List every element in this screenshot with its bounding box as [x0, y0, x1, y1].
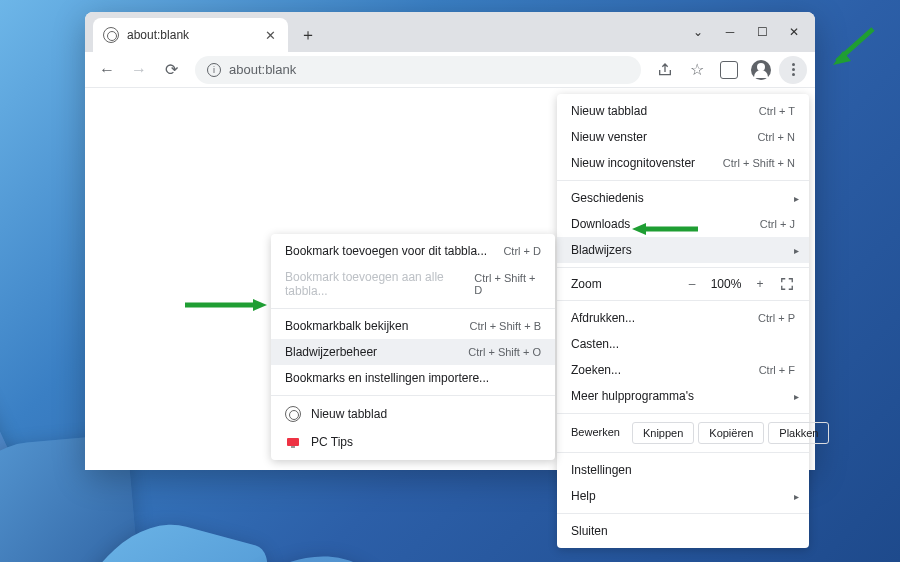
- new-tab-button[interactable]: ＋: [294, 21, 322, 49]
- svg-rect-1: [291, 446, 295, 448]
- menu-find[interactable]: Zoeken...Ctrl + F: [557, 357, 809, 383]
- toolbar: ← → ⟳ i about:blank ☆: [85, 52, 815, 88]
- back-button[interactable]: ←: [93, 56, 121, 84]
- browser-window: about:blank ✕ ＋ ⌄ ─ ☐ ✕ ← → ⟳ i about:bl…: [85, 12, 815, 470]
- submenu-bookmark-all[interactable]: Bookmark toevoegen aan alle tabbla...Ctr…: [271, 264, 555, 304]
- menu-new-incognito[interactable]: Nieuw incognitovensterCtrl + Shift + N: [557, 150, 809, 176]
- submenu-show-bar[interactable]: Bookmarkbalk bekijkenCtrl + Shift + B: [271, 313, 555, 339]
- menu-edit-row: Bewerken Knippen Kopiëren Plakken: [557, 418, 809, 448]
- annotation-arrow: [183, 297, 271, 313]
- chrome-menu-button[interactable]: [779, 56, 807, 84]
- close-window-button[interactable]: ✕: [779, 18, 809, 46]
- minimize-button[interactable]: ─: [715, 18, 745, 46]
- url-text: about:blank: [229, 62, 296, 77]
- chevron-right-icon: ▸: [794, 491, 799, 502]
- menu-new-tab[interactable]: Nieuw tabbladCtrl + T: [557, 98, 809, 124]
- zoom-value: 100%: [705, 277, 747, 291]
- site-icon: [285, 434, 301, 450]
- bookmark-item-pctips[interactable]: PC Tips: [271, 428, 555, 456]
- site-info-icon[interactable]: i: [207, 63, 221, 77]
- chrome-menu: Nieuw tabbladCtrl + T Nieuw vensterCtrl …: [557, 94, 809, 548]
- menu-more-tools[interactable]: Meer hulpprogramma's▸: [557, 383, 809, 409]
- globe-icon: [285, 406, 301, 422]
- zoom-out-button[interactable]: –: [679, 277, 705, 291]
- menu-history[interactable]: Geschiedenis▸: [557, 185, 809, 211]
- globe-icon: [103, 27, 119, 43]
- close-icon[interactable]: ✕: [262, 27, 278, 43]
- menu-cast[interactable]: Casten...: [557, 331, 809, 357]
- bookmarks-submenu: Bookmark toevoegen voor dit tabbla...Ctr…: [271, 234, 555, 460]
- svg-rect-0: [287, 438, 299, 446]
- submenu-bookmark-manager[interactable]: BladwijzerbeheerCtrl + Shift + O: [271, 339, 555, 365]
- menu-help[interactable]: Help▸: [557, 483, 809, 509]
- svg-marker-4: [632, 223, 646, 235]
- fullscreen-icon[interactable]: [779, 276, 795, 292]
- profile-button[interactable]: [747, 56, 775, 84]
- forward-button[interactable]: →: [125, 56, 153, 84]
- share-button[interactable]: [651, 56, 679, 84]
- window-controls: ⌄ ─ ☐ ✕: [683, 12, 809, 52]
- bookmark-item-nieuw-tabblad[interactable]: Nieuw tabblad: [271, 400, 555, 428]
- annotation-arrow: [825, 25, 877, 73]
- maximize-button[interactable]: ☐: [747, 18, 777, 46]
- tab-title: about:blank: [127, 28, 254, 42]
- bookmark-star-icon[interactable]: ☆: [683, 56, 711, 84]
- copy-button[interactable]: Kopiëren: [698, 422, 764, 444]
- zoom-in-button[interactable]: +: [747, 277, 773, 291]
- extensions-button[interactable]: [715, 56, 743, 84]
- menu-settings[interactable]: Instellingen: [557, 457, 809, 483]
- submenu-import[interactable]: Bookmarks en instellingen importere...: [271, 365, 555, 391]
- tab-strip: about:blank ✕ ＋ ⌄ ─ ☐ ✕: [85, 12, 815, 52]
- tab-aboutblank[interactable]: about:blank ✕: [93, 18, 288, 52]
- menu-exit[interactable]: Sluiten: [557, 518, 809, 544]
- chevron-right-icon: ▸: [794, 391, 799, 402]
- svg-marker-6: [253, 299, 267, 311]
- paste-button[interactable]: Plakken: [768, 422, 829, 444]
- cut-button[interactable]: Knippen: [632, 422, 694, 444]
- annotation-arrow: [628, 221, 700, 237]
- menu-zoom: Zoom – 100% +: [557, 272, 809, 296]
- chevron-right-icon: ▸: [794, 245, 799, 256]
- tab-search-button[interactable]: ⌄: [683, 18, 713, 46]
- submenu-bookmark-tab[interactable]: Bookmark toevoegen voor dit tabbla...Ctr…: [271, 238, 555, 264]
- menu-print[interactable]: Afdrukken...Ctrl + P: [557, 305, 809, 331]
- reload-button[interactable]: ⟳: [157, 56, 185, 84]
- menu-new-window[interactable]: Nieuw vensterCtrl + N: [557, 124, 809, 150]
- address-bar[interactable]: i about:blank: [195, 56, 641, 84]
- chevron-right-icon: ▸: [794, 193, 799, 204]
- menu-bookmarks[interactable]: Bladwijzers▸: [557, 237, 809, 263]
